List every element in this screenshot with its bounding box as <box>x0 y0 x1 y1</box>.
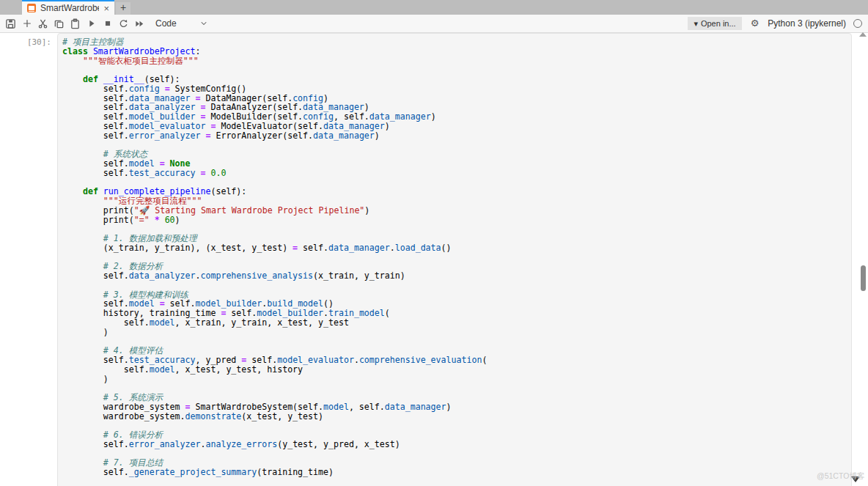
cell-type-label: Code <box>155 18 177 29</box>
restart-kernel-button[interactable] <box>116 16 131 32</box>
code-cell-editor[interactable]: # 项目主控制器class SmartWardrobeProject: """智… <box>57 33 852 486</box>
gear-icon: ⚙ <box>751 18 760 29</box>
close-tab-icon[interactable]: × <box>103 4 109 13</box>
interrupt-kernel-button[interactable] <box>100 16 115 32</box>
restart-icon <box>118 18 129 29</box>
tab-title: SmartWardrobe.ipynb <box>40 3 99 13</box>
play-icon <box>87 18 97 29</box>
paste-cells-button[interactable] <box>67 16 83 32</box>
copy-icon <box>54 18 65 29</box>
copy-cells-button[interactable] <box>51 16 67 32</box>
cell-type-select[interactable]: Code <box>155 16 208 32</box>
kernel-status-icon[interactable] <box>853 19 862 28</box>
open-in-label: Open in... <box>701 19 736 28</box>
insert-cell-button[interactable] <box>19 16 34 32</box>
caret-down-icon: ▾ <box>694 19 698 29</box>
chevron-down-icon <box>199 19 208 28</box>
run-cell-button[interactable] <box>84 16 99 32</box>
scissors-icon <box>37 18 48 29</box>
restart-run-all-button[interactable] <box>132 16 147 32</box>
notebook-toolbar: Code ▾ Open in... ⚙ Python 3 (ipykernel) <box>0 15 868 33</box>
tab-bar: SmartWardrobe.ipynb × + <box>0 0 868 15</box>
open-in-button[interactable]: ▾ Open in... <box>688 17 741 30</box>
watermark: @51CTO博客 <box>817 471 864 482</box>
stop-icon <box>103 18 113 29</box>
scroll-up-arrow-icon[interactable] <box>859 32 867 37</box>
save-icon <box>5 18 16 29</box>
tab-smartwardrobe[interactable]: SmartWardrobe.ipynb × <box>22 0 114 15</box>
new-tab-button[interactable]: + <box>116 2 130 15</box>
plus-icon <box>22 18 32 29</box>
kernel-name[interactable]: Python 3 (ipykernel) <box>768 18 846 29</box>
scrollbar-thumb[interactable] <box>861 265 866 291</box>
notebook-file-icon <box>27 4 36 12</box>
fast-forward-icon <box>134 18 145 29</box>
settings-button[interactable]: ⚙ <box>751 18 760 29</box>
code-lines: # 项目主控制器class SmartWardrobeProject: """智… <box>62 37 845 477</box>
save-button[interactable] <box>3 16 18 32</box>
cut-cells-button[interactable] <box>35 16 51 32</box>
cell-execution-prompt: [30]: <box>0 37 51 47</box>
clipboard-icon <box>70 18 81 29</box>
